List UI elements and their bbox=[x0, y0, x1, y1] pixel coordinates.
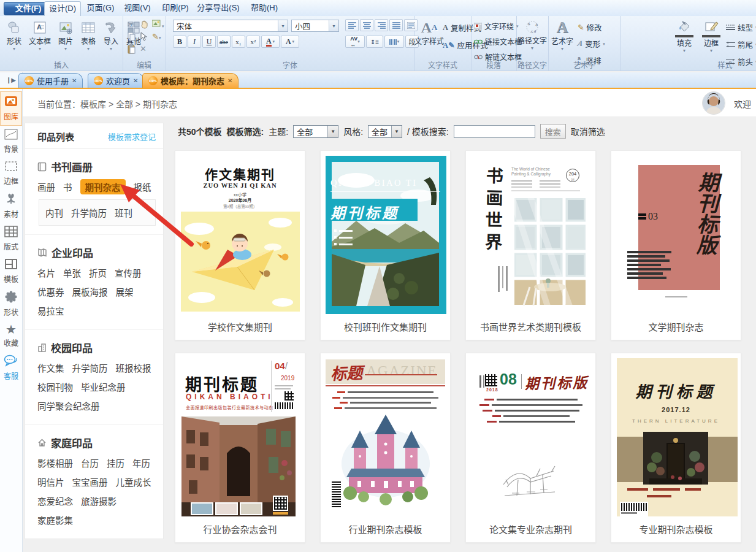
template-search-input[interactable] bbox=[454, 125, 535, 138]
rail-item-support[interactable]: 客服 bbox=[0, 351, 22, 385]
category-item[interactable]: 年历 bbox=[132, 456, 150, 469]
insert-table-button[interactable]: 表格 ▾ bbox=[78, 20, 99, 52]
line-type-button[interactable]: 线型▾ bbox=[726, 21, 756, 33]
template-caption[interactable]: 书画世界艺术类期刊模板 bbox=[466, 320, 595, 333]
rail-item-background[interactable]: 背景 bbox=[0, 126, 22, 158]
wordart-button[interactable]: A 艺术字 ▾ bbox=[549, 20, 575, 52]
menu-help[interactable]: 帮助(H) bbox=[248, 2, 280, 14]
text-wrap-button[interactable]: 文字环绕▾ bbox=[474, 21, 522, 31]
delete-icon[interactable]: ✕ bbox=[140, 44, 152, 56]
font-family-select[interactable]: 宋体▾ bbox=[173, 20, 288, 32]
template-caption[interactable]: 学校作文集期刊 bbox=[175, 320, 305, 333]
align-right-button[interactable] bbox=[375, 19, 388, 31]
category-item[interactable]: 旅游摄影 bbox=[81, 494, 116, 507]
rail-item-assets[interactable]: 素材 bbox=[0, 190, 22, 223]
rail-item-gallery[interactable]: 图库 bbox=[0, 91, 22, 126]
template-cover[interactable]: 书画世界 The World of ChinesePainting & Call… bbox=[466, 151, 595, 314]
category-item[interactable]: 挂历 bbox=[107, 456, 124, 469]
theme-select[interactable]: 全部▼ bbox=[293, 125, 338, 138]
search-button[interactable]: 搜索 bbox=[540, 124, 566, 139]
template-cover[interactable]: 作文集期刊 ZUO WEN JI QI KAN xx小学 2020年06月 第x… bbox=[175, 151, 305, 314]
template-caption[interactable]: 行业期刊杂志模板 bbox=[321, 523, 450, 535]
category-item[interactable]: 台历 bbox=[81, 456, 99, 469]
font-color-button[interactable]: A▾ bbox=[261, 36, 280, 48]
rail-item-templates[interactable]: 模板 bbox=[0, 255, 22, 288]
template-caption[interactable]: 论文集专业杂志期刊 bbox=[466, 523, 595, 535]
link-textbox-button[interactable]: 链接文本框 bbox=[474, 36, 522, 47]
category-item[interactable]: 校园刊物 bbox=[37, 380, 73, 393]
breadcrumb-path[interactable]: 模板库 > 全部 > 期刊杂志 bbox=[80, 99, 177, 109]
template-cover[interactable]: 2018 08 期刊标版 bbox=[466, 353, 595, 516]
align-left-button[interactable] bbox=[345, 19, 359, 31]
wordart-modify-button[interactable]: ✎修改 bbox=[578, 21, 605, 33]
tab-template-library[interactable]: DPS 模板库：期刊杂志 ✕ bbox=[142, 73, 239, 88]
rail-item-border[interactable]: 边框 bbox=[0, 158, 22, 190]
category-item[interactable]: 优惠券 bbox=[37, 285, 64, 298]
category-item[interactable]: 书 bbox=[63, 180, 72, 193]
template-caption[interactable]: 行业协会杂志会刊 bbox=[175, 523, 305, 535]
replace-image-icon[interactable]: ▾ bbox=[152, 20, 164, 32]
category-item[interactable]: 名片 bbox=[37, 266, 55, 279]
menu-share-export[interactable]: 分享导出(S) bbox=[196, 2, 240, 14]
category-item[interactable]: 影楼相册 bbox=[37, 456, 73, 469]
template-cover[interactable]: QI KAN BIAO TI 期刊标题 bbox=[321, 151, 450, 314]
insert-shape-button[interactable]: 形状 ▾ bbox=[4, 20, 25, 52]
menu-print[interactable]: 印刷(P) bbox=[161, 2, 190, 14]
template-cover[interactable]: 期刊标题 2017.12 THERN LITERATURE bbox=[611, 353, 741, 516]
template-caption[interactable]: 专业期刊杂志模板 bbox=[611, 523, 741, 535]
category-item-active[interactable]: 期刊杂志 bbox=[80, 179, 126, 194]
character-style-button[interactable]: A▾ bbox=[281, 36, 299, 48]
subscript-button[interactable]: x₁ bbox=[232, 36, 245, 48]
columns-button[interactable]: ▾ bbox=[384, 36, 404, 48]
category-item[interactable]: 折页 bbox=[89, 266, 107, 279]
rail-item-shapes[interactable]: 形状 bbox=[0, 288, 22, 321]
category-item[interactable]: 展板海报 bbox=[72, 285, 108, 298]
category-item[interactable]: 家庭影集 bbox=[37, 513, 73, 526]
italic-button[interactable]: I bbox=[188, 36, 201, 48]
tab-welcome[interactable]: DPS 欢迎页 ✕ bbox=[88, 73, 144, 88]
font-size-select[interactable]: 小四▾ bbox=[291, 20, 339, 32]
menu-view[interactable]: 视图(V) bbox=[123, 2, 152, 14]
tab-close-icon[interactable]: ✕ bbox=[72, 77, 77, 84]
cancel-filter-link[interactable]: 取消筛选 bbox=[571, 125, 605, 137]
underline-button[interactable]: U bbox=[202, 36, 216, 48]
tab-manual[interactable]: DPS 使用手册 ✕ bbox=[18, 73, 83, 88]
category-item[interactable]: 展架 bbox=[116, 285, 134, 298]
align-center-button[interactable] bbox=[360, 19, 373, 31]
template-request-link[interactable]: 模板需求登记 bbox=[108, 131, 156, 142]
copy-icon[interactable] bbox=[128, 32, 140, 44]
category-item[interactable]: 恋爱纪念 bbox=[37, 494, 73, 507]
category-item[interactable]: 画册 bbox=[37, 180, 55, 193]
fill-button[interactable]: 填充 ▾ bbox=[672, 18, 697, 53]
category-item[interactable]: 作文集 bbox=[37, 361, 64, 374]
insert-image-button[interactable]: 图片 ▾ bbox=[55, 20, 76, 52]
category-item[interactable]: 内刊 bbox=[45, 206, 63, 219]
category-item[interactable]: 明信片 bbox=[37, 475, 64, 488]
category-item[interactable]: 班刊 bbox=[115, 206, 132, 219]
tab-close-icon[interactable]: ✕ bbox=[133, 77, 138, 84]
user-avatar[interactable] bbox=[702, 91, 725, 115]
category-item[interactable]: 同学聚会纪念册 bbox=[37, 399, 100, 412]
cut-icon[interactable]: ✂ bbox=[128, 20, 140, 32]
wordart-transform-button[interactable]: A变形▾ bbox=[578, 38, 605, 50]
category-item[interactable]: 升学简历 bbox=[72, 361, 108, 374]
template-cover[interactable]: 期刊标版 03 bbox=[611, 151, 741, 314]
category-item[interactable]: 升学简历 bbox=[71, 206, 107, 219]
paste-icon[interactable] bbox=[128, 44, 140, 56]
template-cover[interactable]: 期刊标题 QIKAN BIAOTI 全面报道印刷出版包装行业最新技术与动态 04… bbox=[175, 353, 305, 516]
path-text-button[interactable]: abc d 路径文字 ▾ bbox=[517, 19, 547, 51]
insert-textbox-button[interactable]: A 文本框 ▾ bbox=[26, 20, 53, 52]
insert-import-button[interactable]: 导入 ▾ bbox=[101, 20, 121, 52]
text-style-button[interactable]: AA 文字样式 bbox=[416, 20, 443, 46]
category-item[interactable]: 单张 bbox=[63, 266, 81, 279]
menu-page[interactable]: 页面(G) bbox=[86, 2, 115, 14]
category-item[interactable]: 儿童成长 bbox=[116, 475, 151, 488]
template-cover[interactable]: MAGAZINE 标题 bbox=[321, 353, 450, 516]
menu-design[interactable]: 设计(D) bbox=[44, 1, 81, 17]
category-item[interactable]: 报纸 bbox=[134, 180, 151, 193]
tab-close-icon[interactable]: ✕ bbox=[227, 77, 232, 84]
arrow-tail-button[interactable]: 箭尾▾ bbox=[726, 39, 756, 50]
char-spacing-button[interactable]: AV↔▾ bbox=[345, 36, 365, 48]
superscript-button[interactable]: x² bbox=[246, 36, 260, 48]
category-item[interactable]: 易拉宝 bbox=[37, 304, 64, 317]
